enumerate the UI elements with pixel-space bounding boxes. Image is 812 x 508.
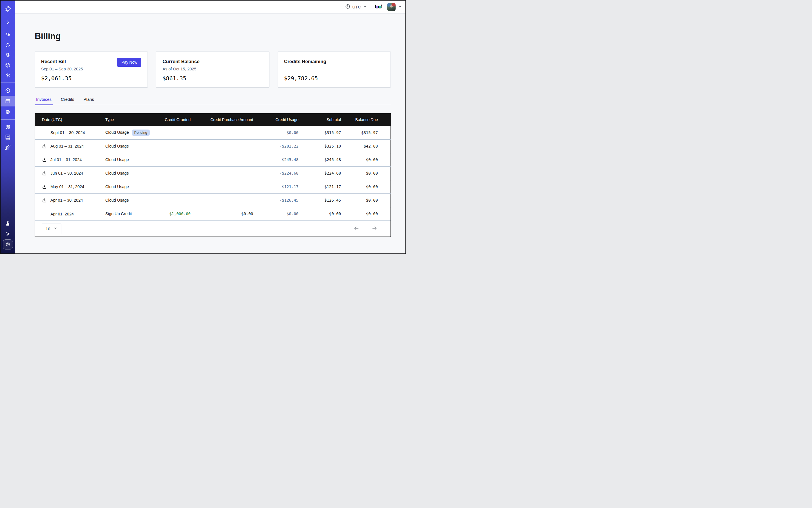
credit-granted-cell: [159, 194, 193, 207]
sidebar-item-packages[interactable]: [1, 60, 15, 70]
billing-card-icon: [5, 98, 11, 104]
previous-page-button[interactable]: [353, 225, 359, 232]
sidebar: [1, 1, 15, 253]
credit-usage-cell: -$126.45: [255, 194, 301, 207]
subtotal-cell: $315.97: [301, 126, 343, 139]
dollar-badge-icon: [5, 242, 11, 247]
credit-granted-cell: [159, 139, 193, 153]
invoice-row: Aug 01 – 31, 2024Cloud Usage-$282.22$325…: [35, 139, 391, 153]
column-header-date-utc-: Date (UTC): [35, 114, 105, 126]
credits-remaining-amount: $29,782.65: [284, 75, 318, 82]
invoice-row: Jul 01 – 31, 2024Cloud Usage-$245.48$245…: [35, 153, 391, 166]
sidebar-item-theme-toggle[interactable]: [1, 229, 15, 239]
tab-invoices[interactable]: Invoices: [35, 97, 53, 105]
credit-purchase-amount-cell: [193, 194, 255, 207]
summary-cards: Recent Bill Sep 01 – Sep 30, 2025 $2,061…: [35, 51, 391, 88]
card-title: Credits Remaining: [284, 59, 326, 65]
sidebar-item-labs[interactable]: [1, 218, 15, 229]
orbit-logo-icon[interactable]: [1, 5, 15, 13]
invoice-period: Jun 01 – 30, 2024: [50, 171, 83, 175]
download-invoice-icon[interactable]: [42, 143, 50, 149]
tabs: InvoicesCreditsPlans: [35, 97, 391, 105]
chevron-down-icon: [363, 4, 367, 9]
credit-usage-cell: -$121.17: [255, 180, 301, 194]
credit-purchase-amount-cell: [193, 180, 255, 194]
sidebar-item-docs[interactable]: [1, 132, 15, 142]
column-header-credit-purchase-amount: Credit Purchase Amount: [193, 114, 255, 126]
flask-icon: [5, 221, 11, 226]
tab-plans[interactable]: Plans: [82, 97, 96, 105]
balance-due-cell: $0.00: [343, 194, 391, 207]
timezone-label: UTC: [352, 4, 361, 9]
credit-purchase-amount-cell: [193, 139, 255, 153]
current-balance-amount: $861.35: [163, 75, 186, 82]
column-header-credit-usage: Credit Usage: [255, 114, 301, 126]
sidebar-item-dashboard[interactable]: [1, 85, 15, 96]
sidebar-item-sessions[interactable]: [1, 40, 15, 50]
gauge-icon: [5, 88, 11, 93]
page-size-select[interactable]: 10: [42, 223, 61, 234]
credit-purchase-amount-cell: [193, 126, 255, 139]
invoice-period: Apr 01, 2024: [50, 212, 74, 216]
download-invoice-icon[interactable]: [42, 184, 50, 189]
sidebar-item-billing[interactable]: [1, 96, 15, 107]
main-content: Billing Recent Bill Sep 01 – Sep 30, 202…: [15, 14, 405, 253]
sidebar-item-settings[interactable]: [1, 107, 15, 117]
next-page-button[interactable]: [371, 225, 378, 232]
sidebar-item-observe[interactable]: [1, 30, 15, 40]
sidebar-group-help: [1, 122, 15, 152]
layers-icon: [5, 52, 11, 58]
invoice-type: Cloud Usage: [105, 184, 129, 189]
subtotal-cell: $0.00: [301, 207, 343, 220]
credits-button[interactable]: [3, 239, 13, 250]
card-title: Recent Bill: [41, 59, 66, 65]
invoice-row: May 01 – 31, 2024Cloud Usage-$121.17$121…: [35, 180, 391, 194]
download-invoice-icon[interactable]: [42, 157, 50, 162]
subtotal-cell: $121.17: [301, 180, 343, 194]
invoice-table-header-row: Date (UTC)TypeCredit GrantedCredit Purch…: [35, 114, 391, 126]
credit-purchase-amount-cell: [193, 166, 255, 180]
account-menu-button[interactable]: [397, 4, 402, 10]
invoice-table: Date (UTC)TypeCredit GrantedCredit Purch…: [35, 114, 391, 220]
avatar[interactable]: [387, 3, 395, 11]
invoice-table-body: Sept 01 – 30, 2024Cloud UsagePending$0.0…: [35, 126, 391, 220]
invoice-type: Cloud Usage: [105, 144, 129, 149]
glasses-icon[interactable]: [375, 4, 382, 9]
credit-purchase-amount-cell: $0.00: [193, 207, 255, 220]
download-invoice-icon[interactable]: [42, 198, 50, 203]
credit-granted-cell: [159, 180, 193, 194]
timezone-selector[interactable]: UTC: [345, 4, 367, 10]
gear-icon: [5, 109, 11, 115]
pay-now-button[interactable]: Pay Now: [117, 58, 141, 67]
expand-sidebar-button[interactable]: [1, 17, 15, 27]
sidebar-item-services[interactable]: [1, 70, 15, 80]
balance-due-cell: $0.00: [343, 180, 391, 194]
tab-credits[interactable]: Credits: [59, 97, 76, 105]
billing-screen: UTC Billing Recent Bill Sep 01: [0, 0, 406, 254]
sidebar-item-getting-started[interactable]: [1, 142, 15, 152]
balance-due-cell: $0.00: [343, 166, 391, 180]
chevron-right-icon: [5, 20, 10, 25]
subtotal-cell: $325.10: [301, 139, 343, 153]
sidebar-item-layers[interactable]: [1, 50, 15, 60]
clock-icon: [345, 4, 350, 10]
invoice-period: Aug 01 – 31, 2024: [50, 144, 84, 149]
invoice-type: Cloud Usage: [105, 130, 129, 135]
download-invoice-icon[interactable]: [42, 171, 50, 176]
invoice-row: Sept 01 – 30, 2024Cloud UsagePending$0.0…: [35, 126, 391, 139]
status-badge: Pending: [132, 130, 150, 136]
chevron-down-icon: [397, 4, 402, 10]
card-title: Current Balance: [163, 59, 199, 65]
rocket-icon: [5, 144, 11, 151]
credit-granted-cell: [159, 166, 193, 180]
invoice-type: Sign Up Credit: [105, 211, 132, 216]
credit-usage-cell: $0.00: [255, 207, 301, 220]
credits-remaining-card: Credits Remaining $29,782.65: [277, 51, 391, 88]
page-size-value: 10: [46, 226, 50, 231]
invoice-row: Jun 01 – 30, 2024Cloud Usage-$224.68$224…: [35, 166, 391, 180]
sidebar-item-support[interactable]: [1, 122, 15, 132]
subtotal-cell: $224.68: [301, 166, 343, 180]
sun-icon: [5, 231, 11, 237]
credit-usage-cell: $0.00: [255, 126, 301, 139]
current-balance-card: Current Balance As of Oct 15, 2025 $861.…: [156, 51, 269, 88]
